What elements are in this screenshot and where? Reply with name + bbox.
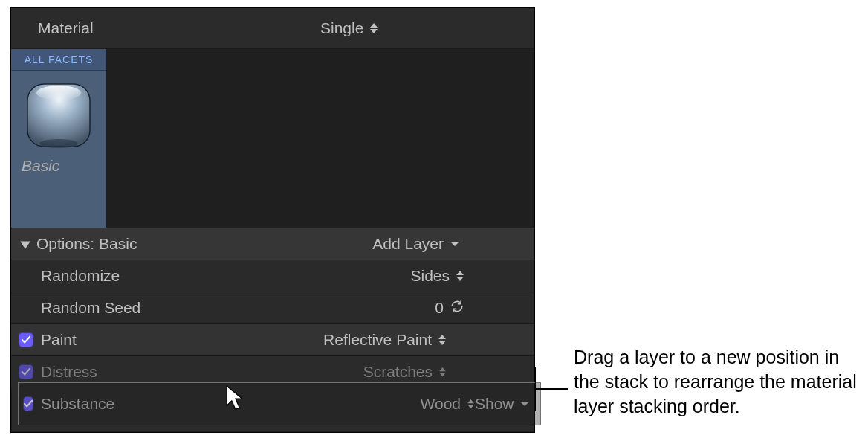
- svg-point-1: [36, 86, 81, 100]
- paint-type-popup[interactable]: Reflective Paint: [323, 331, 447, 349]
- add-layer-button[interactable]: Add Layer: [372, 235, 460, 253]
- chevron-down-icon: [450, 240, 460, 248]
- updown-icon: [467, 399, 475, 409]
- randomize-popup[interactable]: Sides: [410, 267, 464, 285]
- options-section-label: Options: Basic: [36, 235, 274, 253]
- distress-type-popup[interactable]: Scratches: [363, 363, 447, 381]
- material-header-row: Material Single: [11, 8, 534, 49]
- regenerate-button[interactable]: [450, 299, 464, 318]
- paint-layer-label: Paint: [41, 331, 261, 349]
- randomize-label: Randomize: [19, 267, 279, 285]
- dragging-layer-ghost[interactable]: Substance Wood Show: [18, 382, 541, 425]
- material-mode-popup[interactable]: Single: [320, 19, 378, 37]
- randomize-row: Randomize Sides: [11, 260, 534, 292]
- substance-layer-label: Substance: [41, 395, 279, 413]
- material-thumbnail[interactable]: [22, 78, 96, 152]
- facet-tile[interactable]: ALL FACETS: [11, 49, 106, 228]
- add-layer-label: Add Layer: [372, 235, 444, 253]
- material-name-label[interactable]: Basic: [11, 157, 106, 182]
- facets-bar: ALL FACETS: [11, 49, 534, 228]
- all-facets-tab[interactable]: ALL FACETS: [11, 49, 106, 71]
- paint-type-value: Reflective Paint: [323, 331, 432, 349]
- paint-layer-row[interactable]: Paint Reflective Paint: [11, 323, 534, 355]
- distress-type-value: Scratches: [363, 363, 433, 381]
- disclosure-triangle-icon[interactable]: [19, 237, 32, 251]
- distress-enable-checkbox[interactable]: [19, 364, 33, 379]
- show-toggle-label[interactable]: Show: [475, 395, 514, 413]
- callout-leader-line: [535, 364, 568, 414]
- paint-enable-checkbox[interactable]: [19, 332, 33, 347]
- substance-enable-checkbox[interactable]: [23, 396, 33, 411]
- updown-icon: [438, 334, 447, 346]
- distress-layer-label: Distress: [41, 363, 261, 381]
- updown-icon: [369, 22, 378, 34]
- svg-point-2: [39, 139, 78, 148]
- annotation-text: Drag a layer to a new position in the st…: [574, 345, 868, 419]
- random-seed-row: Random Seed 0: [11, 292, 534, 323]
- material-inspector-panel: Material Single ALL FACETS: [10, 7, 535, 433]
- material-section-label: Material: [38, 19, 320, 37]
- random-seed-label: Random Seed: [19, 299, 279, 317]
- chevron-down-icon: [520, 401, 529, 408]
- updown-icon: [438, 367, 447, 377]
- options-section-row[interactable]: Options: Basic Add Layer: [11, 228, 534, 260]
- random-seed-value[interactable]: 0: [435, 299, 444, 317]
- substance-type-value: Wood: [421, 395, 461, 413]
- randomize-value: Sides: [410, 267, 450, 285]
- material-mode-value: Single: [320, 19, 363, 37]
- updown-icon: [456, 270, 464, 282]
